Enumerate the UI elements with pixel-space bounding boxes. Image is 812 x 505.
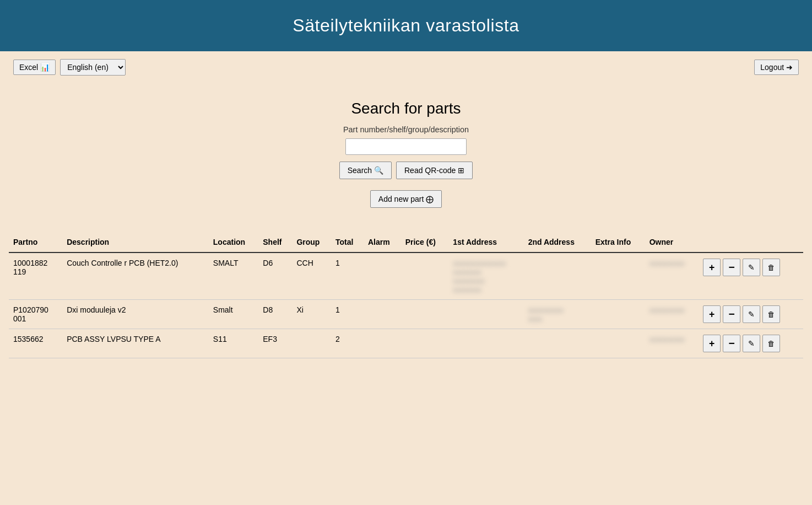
- cell-alarm: [364, 300, 401, 329]
- parts-table: Partno Description Location Shelf Group …: [9, 232, 803, 358]
- table-row: P1020790001 Dxi moduuleja v2 Smalt D8 Xi…: [9, 300, 803, 329]
- cell-address2: xxxxxxxxxxxxxx: [524, 300, 591, 329]
- col-description: Description: [62, 232, 209, 253]
- col-alarm: Alarm: [364, 232, 401, 253]
- search-button-label: Search: [348, 166, 372, 175]
- col-partno: Partno: [9, 232, 62, 253]
- cell-group: Xi: [292, 300, 331, 329]
- increment-button[interactable]: +: [703, 259, 721, 276]
- add-icon: ⨁: [426, 195, 434, 203]
- add-button-label: Add new part: [378, 195, 424, 203]
- add-section: Add new part ⨁: [11, 190, 801, 208]
- edit-button[interactable]: ✎: [743, 335, 760, 352]
- cell-extra-info: [591, 300, 645, 329]
- logout-label: Logout: [760, 63, 784, 72]
- cell-extra-info: [591, 329, 645, 358]
- qr-button[interactable]: Read QR-code ⊞: [396, 162, 473, 179]
- col-price: Price (€): [401, 232, 449, 253]
- search-icon: 🔍: [374, 166, 383, 175]
- search-buttons: Search 🔍 Read QR-code ⊞: [11, 162, 801, 179]
- cell-alarm: [364, 329, 401, 358]
- cell-actions: + − ✎ 🗑: [699, 253, 803, 300]
- toolbar: Excel 📊 English (en) Finnish (fi) Swedis…: [0, 51, 812, 83]
- delete-button[interactable]: 🗑: [762, 335, 780, 352]
- col-address2: 2nd Address: [524, 232, 591, 253]
- edit-button[interactable]: ✎: [743, 259, 760, 276]
- delete-button[interactable]: 🗑: [762, 305, 780, 323]
- cell-total: 1: [331, 253, 364, 300]
- logout-icon: ➜: [786, 63, 793, 72]
- excel-label: Excel: [19, 63, 38, 72]
- col-extra-info: Extra Info: [591, 232, 645, 253]
- cell-description: Couch Controlle r PCB (HET2.0): [62, 253, 209, 300]
- cell-address2: [524, 253, 591, 300]
- col-shelf: Shelf: [258, 232, 292, 253]
- cell-price: [401, 300, 449, 329]
- blurred-address2: xxxxxxxxxxxxxx: [528, 306, 564, 323]
- cell-price: [401, 329, 449, 358]
- excel-button[interactable]: Excel 📊: [13, 60, 56, 75]
- cell-location: S11: [209, 329, 258, 358]
- cell-address1: [448, 329, 523, 358]
- cell-address1: xxxxxxxxxxxxxxxxxxxxxxxxxxxxxxxxxxxxxxxx: [448, 253, 523, 300]
- page-title: Säteilytekniikan varastolista: [11, 15, 801, 36]
- increment-button[interactable]: +: [703, 305, 721, 323]
- blurred-owner: xxxxxxxxxx: [649, 335, 685, 343]
- search-label: Part number/shelf/group/description: [11, 125, 801, 134]
- row-actions: + − ✎ 🗑: [703, 335, 799, 352]
- blurred-address1: xxxxxxxxxxxxxxxxxxxxxxxxxxxxxxxxxxxxxxxx: [453, 259, 506, 294]
- cell-location: SMALT: [209, 253, 258, 300]
- table-body: 10001882119 Couch Controlle r PCB (HET2.…: [9, 253, 803, 358]
- decrement-button[interactable]: −: [723, 259, 740, 276]
- table-row: 1535662 PCB ASSY LVPSU TYPE A S11 EF3 2 …: [9, 329, 803, 358]
- cell-group: CCH: [292, 253, 331, 300]
- blurred-owner: xxxxxxxxxx: [649, 306, 685, 314]
- col-address1: 1st Address: [448, 232, 523, 253]
- cell-shelf: D8: [258, 300, 292, 329]
- cell-description: Dxi moduuleja v2: [62, 300, 209, 329]
- cell-owner: xxxxxxxxxx: [645, 329, 699, 358]
- blurred-owner: xxxxxxxxxx: [649, 259, 685, 267]
- search-section: Search for parts Part number/shelf/group…: [0, 83, 812, 232]
- cell-location: Smalt: [209, 300, 258, 329]
- col-actions: [699, 232, 803, 253]
- search-button[interactable]: Search 🔍: [339, 162, 392, 179]
- increment-button[interactable]: +: [703, 335, 721, 352]
- language-select[interactable]: English (en) Finnish (fi) Swedish (sv): [60, 59, 126, 76]
- cell-total: 1: [331, 300, 364, 329]
- cell-description: PCB ASSY LVPSU TYPE A: [62, 329, 209, 358]
- cell-partno: P1020790001: [9, 300, 62, 329]
- cell-actions: + − ✎ 🗑: [699, 329, 803, 358]
- cell-owner: xxxxxxxxxx: [645, 300, 699, 329]
- row-actions: + − ✎ 🗑: [703, 259, 799, 276]
- search-heading: Search for parts: [11, 100, 801, 117]
- table-header: Partno Description Location Shelf Group …: [9, 232, 803, 253]
- cell-address2: [524, 329, 591, 358]
- add-new-part-button[interactable]: Add new part ⨁: [370, 190, 442, 208]
- col-group: Group: [292, 232, 331, 253]
- col-total: Total: [331, 232, 364, 253]
- col-location: Location: [209, 232, 258, 253]
- qr-button-label: Read QR-code: [404, 166, 456, 175]
- cell-partno: 10001882119: [9, 253, 62, 300]
- table-row: 10001882119 Couch Controlle r PCB (HET2.…: [9, 253, 803, 300]
- row-actions: + − ✎ 🗑: [703, 305, 799, 323]
- cell-shelf: EF3: [258, 329, 292, 358]
- cell-owner: xxxxxxxxxx: [645, 253, 699, 300]
- decrement-button[interactable]: −: [723, 305, 740, 323]
- cell-price: [401, 253, 449, 300]
- cell-shelf: D6: [258, 253, 292, 300]
- cell-actions: + − ✎ 🗑: [699, 300, 803, 329]
- cell-extra-info: [591, 253, 645, 300]
- edit-button[interactable]: ✎: [743, 305, 760, 323]
- excel-icon: 📊: [40, 63, 50, 72]
- decrement-button[interactable]: −: [723, 335, 740, 352]
- delete-button[interactable]: 🗑: [762, 259, 780, 276]
- page-header: Säteilytekniikan varastolista: [0, 0, 812, 51]
- col-owner: Owner: [645, 232, 699, 253]
- cell-alarm: [364, 253, 401, 300]
- logout-button[interactable]: Logout ➜: [754, 60, 799, 75]
- qr-icon: ⊞: [458, 166, 464, 175]
- search-input[interactable]: [345, 138, 467, 155]
- table-container: Partno Description Location Shelf Group …: [0, 232, 812, 380]
